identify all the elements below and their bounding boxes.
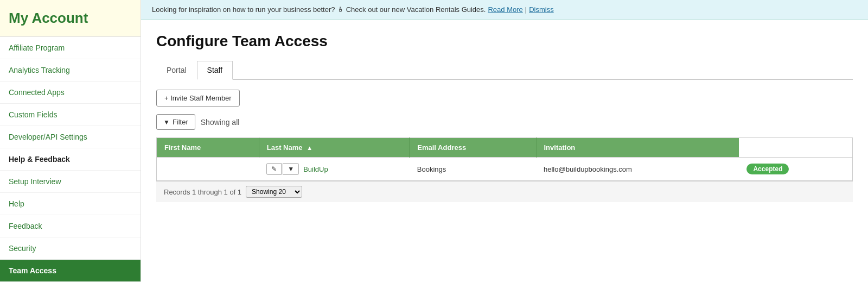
sidebar: My Account Affiliate ProgramAnalytics Tr… [0, 0, 141, 282]
banner-separator: | [525, 5, 527, 14]
first-name-value: BuildUp [303, 165, 328, 173]
sidebar-item-feedback[interactable]: Feedback [0, 215, 141, 237]
filter-icon: ▼ [163, 118, 170, 126]
cell-invitation: Accepted [739, 158, 852, 181]
table-header-row: First Name Last Name ▲ Email Address Inv… [157, 138, 853, 158]
page-title: Configure Team Access [156, 33, 853, 50]
showing-select[interactable]: Showing 10Showing 20Showing 50Showing 10… [246, 186, 302, 198]
staff-table: First Name Last Name ▲ Email Address Inv… [156, 137, 853, 181]
cell-first-name: ✎ ▼ BuildUp [259, 158, 410, 181]
col-last-name[interactable]: Last Name ▲ [259, 138, 410, 158]
sidebar-title: My Account [0, 0, 141, 37]
dismiss-link[interactable]: Dismiss [529, 5, 554, 14]
sidebar-item-developer-api-settings[interactable]: Developer/API Settings [0, 126, 141, 148]
row-actions: ✎ ▼ [266, 163, 299, 175]
sidebar-item-affiliate-program[interactable]: Affiliate Program [0, 37, 141, 59]
sidebar-item-connected-apps[interactable]: Connected Apps [0, 82, 141, 104]
sidebar-item-custom-fields[interactable]: Custom Fields [0, 104, 141, 126]
cell-last-name: Bookings [410, 158, 536, 181]
invite-staff-button[interactable]: + Invite Staff Member [156, 90, 240, 106]
tab-staff[interactable]: Staff [197, 61, 233, 80]
showing-label: Showing all [201, 118, 240, 127]
filter-button-label: Filter [173, 118, 188, 126]
sidebar-item-help-feedback[interactable]: Help & Feedback [0, 148, 141, 171]
row-edit-button[interactable]: ✎ [266, 163, 282, 175]
sidebar-item-security[interactable]: Security [0, 237, 141, 260]
announcement-banner: Looking for inspiration on how to run yo… [141, 0, 868, 20]
table-footer: Records 1 through 1 of 1 Showing 10Showi… [156, 181, 853, 202]
col-first-name: First Name [157, 138, 259, 158]
tabs: Portal Staff [156, 61, 853, 80]
cell-email: hello@buildupbookings.com [536, 158, 739, 181]
row-actions-cell [157, 158, 259, 181]
sidebar-item-help[interactable]: Help [0, 193, 141, 215]
sort-arrow-last-name: ▲ [307, 145, 312, 151]
col-invitation: Invitation [536, 138, 739, 158]
sidebar-item-analytics-tracking[interactable]: Analytics Tracking [0, 59, 141, 82]
col-email-address: Email Address [410, 138, 536, 158]
actions-row: + Invite Staff Member [156, 90, 853, 106]
filter-button[interactable]: ▼ Filter [156, 114, 195, 130]
row-dropdown-button[interactable]: ▼ [283, 163, 299, 175]
read-more-link[interactable]: Read More [488, 5, 522, 14]
table-body: ✎ ▼ BuildUp Bookingshello@buildupbooking… [157, 158, 853, 181]
main-content: Looking for inspiration on how to run yo… [141, 0, 868, 282]
banner-text: Looking for inspiration on how to run yo… [152, 5, 486, 14]
table-row: ✎ ▼ BuildUp Bookingshello@buildupbooking… [157, 158, 853, 181]
page-content: Configure Team Access Portal Staff + Inv… [141, 20, 868, 282]
invitation-badge: Accepted [746, 164, 789, 174]
filter-row: ▼ Filter Showing all [156, 114, 853, 130]
sidebar-item-setup-interview[interactable]: Setup Interview [0, 171, 141, 193]
sidebar-item-team-access[interactable]: Team Access [0, 260, 141, 282]
tab-portal[interactable]: Portal [156, 61, 197, 80]
sidebar-nav: Affiliate ProgramAnalytics TrackingConne… [0, 37, 141, 282]
records-text: Records 1 through 1 of 1 [164, 188, 241, 196]
